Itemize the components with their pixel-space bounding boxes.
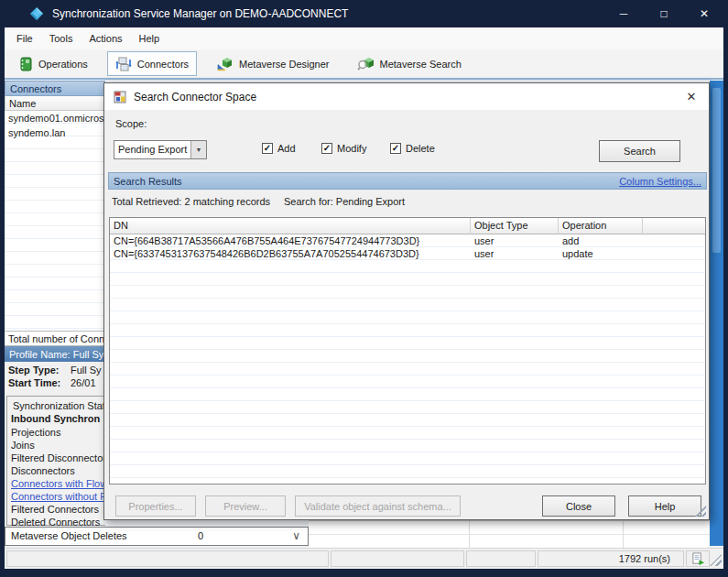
properties-button[interactable]: Properties... [115, 495, 196, 517]
column-header-blank[interactable] [643, 218, 705, 234]
delete-checkbox-group: ✓ Delete [390, 143, 435, 154]
profile-name-header: Profile Name: Full Sync [5, 346, 105, 362]
status-panel [466, 550, 536, 567]
app-diamond-icon [29, 6, 44, 21]
cell-dn: CN={6337453137637548426B6D2B63755A7A7052… [110, 247, 471, 260]
modify-checkbox[interactable]: ✓ [321, 143, 332, 154]
chevron-down-icon[interactable]: ∨ [292, 529, 300, 542]
column-settings-link[interactable]: Column Settings... [619, 176, 701, 187]
stat-joins: Joins [11, 440, 104, 451]
cell-object-type: user [471, 247, 559, 260]
stat-connectors-without-flow-link[interactable]: Connectors without Fl [11, 491, 104, 502]
connectors-panel-header: Connectors [5, 81, 105, 96]
cell-operation: update [559, 247, 643, 260]
table-row[interactable]: CN={664B38717A53566A476B755A464E73767547… [110, 234, 705, 247]
connectors-icon [115, 57, 132, 71]
search-connector-space-dialog: Search Connector Space ✕ Scope: Pending … [103, 82, 710, 520]
connectors-panel-title: Connectors [10, 83, 61, 94]
stat-filtered-disconnectors: Filtered Disconnectors [11, 452, 104, 463]
operations-label: Operations [38, 59, 88, 70]
stat-projections: Projections [11, 427, 104, 438]
dialog-close-icon[interactable]: ✕ [681, 88, 701, 106]
sync-statistics-header: Synchronization Statis [13, 400, 113, 411]
column-header-object-type[interactable]: Object Type [471, 218, 559, 234]
menu-help[interactable]: Help [131, 30, 168, 47]
search-results-title: Search Results [114, 176, 182, 187]
add-checkbox-label: Add [277, 143, 296, 154]
metaverse-designer-icon [216, 57, 234, 71]
name-column-header[interactable]: Name [5, 96, 104, 111]
add-checkbox-group: ✓ Add [262, 143, 296, 154]
search-results-header: Search Results Column Settings... [108, 172, 707, 190]
results-table-header: DN Object Type Operation [110, 218, 705, 234]
metaverse-object-deletes-row: Metaverse Object Deletes 0 ∨ [5, 527, 309, 546]
maximize-button[interactable]: □ [657, 7, 670, 20]
runs-count-panel: 1792 run(s) [538, 550, 684, 567]
profile-details: Step Type: Full Sy Start Time: 26/01 [5, 362, 105, 395]
dialog-title: Search Connector Space [134, 91, 256, 103]
delete-checkbox-label: Delete [406, 143, 435, 154]
results-table: DN Object Type Operation CN={664B38717A5… [109, 217, 706, 484]
stat-filtered-connectors: Filtered Connectors [11, 504, 104, 515]
scope-dropdown[interactable]: Pending Export ▼ [114, 140, 207, 159]
column-header-operation[interactable]: Operation [559, 218, 643, 234]
close-button[interactable]: ✕ [698, 7, 711, 20]
menu-actions[interactable]: Actions [81, 30, 130, 47]
validate-button[interactable]: Validate object against schema... [295, 495, 461, 517]
title-bar: Synchronization Service Manager on DEMO-… [5, 0, 723, 27]
connector-list-item[interactable]: syndemo.lan [5, 125, 103, 140]
minimize-button[interactable]: ─ [617, 7, 630, 20]
metaverse-deletes-label: Metaverse Object Deletes [11, 530, 127, 541]
connectors-button[interactable]: Connectors [107, 51, 197, 76]
cell-object-type: user [471, 234, 559, 247]
metaverse-deletes-value: 0 [198, 530, 203, 541]
menu-bar: File Tools Actions Help [5, 27, 723, 49]
dropdown-arrow-icon[interactable]: ▼ [190, 141, 206, 158]
metaverse-designer-label: Metaverse Designer [239, 59, 329, 70]
close-dialog-button[interactable]: Close [542, 495, 615, 517]
connectors-list: syndemo01.onmicroso syndemo.lan [5, 111, 104, 331]
sync-statistics-box: Synchronization Statis Inbound Synchron … [6, 396, 105, 526]
delete-checkbox[interactable]: ✓ [390, 143, 401, 154]
window-edge-strip [710, 81, 723, 546]
column-header-dn[interactable]: DN [110, 218, 471, 234]
form-icon [114, 91, 126, 103]
cell-dn: CN={664B38717A53566A476B755A464E73767547… [110, 234, 471, 247]
results-table-body: CN={664B38717A53566A476B755A464E73767547… [110, 234, 705, 484]
help-button[interactable]: Help [628, 495, 701, 517]
connector-list-item[interactable]: syndemo01.onmicroso [5, 111, 103, 125]
operations-button[interactable]: Operations [10, 51, 96, 76]
window-title: Synchronization Service Manager on DEMO-… [52, 7, 348, 20]
search-for-text: Search for: Pending Export [284, 196, 405, 207]
start-time-label: Start Time: [8, 377, 60, 388]
scope-value: Pending Export [118, 144, 187, 155]
modify-checkbox-label: Modify [337, 143, 366, 154]
window-resize-grip[interactable] [710, 554, 722, 566]
metaverse-search-button[interactable]: Metaverse Search [349, 51, 470, 76]
preview-button[interactable]: Preview... [205, 495, 286, 517]
cell-operation: add [559, 234, 643, 247]
stat-connectors-with-flow-link[interactable]: Connectors with Flow [11, 478, 104, 489]
start-time-value: 26/01 [71, 377, 96, 388]
modify-checkbox-group: ✓ Modify [321, 143, 366, 154]
menu-tools[interactable]: Tools [41, 30, 81, 47]
total-retrieved-text: Total Retrieved: 2 matching records [112, 196, 270, 207]
step-type-label: Step Type: [8, 365, 59, 376]
connectors-label: Connectors [137, 59, 189, 70]
table-row[interactable]: CN={6337453137637548426B6D2B63755A7A7052… [110, 247, 705, 260]
toolbar: Operations Connectors [5, 49, 723, 80]
scope-label: Scope: [115, 118, 147, 129]
client-area: Connectors Name syndemo01.onmicroso synd… [5, 80, 723, 548]
metaverse-search-label: Metaverse Search [380, 59, 462, 70]
status-panel [6, 550, 329, 567]
add-checkbox[interactable]: ✓ [262, 143, 273, 154]
step-type-value: Full Sy [71, 365, 102, 376]
sync-status-icon-panel [686, 550, 710, 567]
menu-file[interactable]: File [8, 30, 41, 47]
search-button[interactable]: Search [599, 140, 680, 162]
status-panel [331, 550, 464, 567]
operations-icon [18, 57, 33, 71]
stat-disconnectors: Disconnectors [11, 465, 104, 476]
metaverse-designer-button[interactable]: Metaverse Designer [208, 51, 337, 76]
stat-inbound-synchronization: Inbound Synchron [11, 413, 104, 424]
